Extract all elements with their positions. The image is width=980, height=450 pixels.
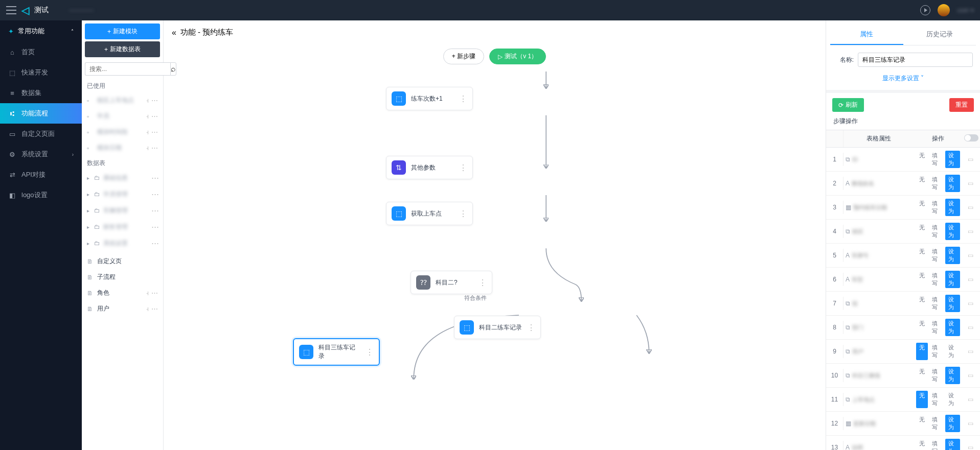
op-chip[interactable]: 填写 <box>929 223 944 240</box>
flow-node[interactable]: ⬚获取上车点⋮ <box>386 202 473 225</box>
used-item[interactable]: ▫学员⫞⋯ <box>82 108 163 124</box>
flow-node[interactable]: ⇅其他参数⋮ <box>386 156 473 179</box>
op-chip[interactable]: 无 <box>916 439 928 450</box>
menu-toggle-icon[interactable] <box>6 6 16 14</box>
op-chip[interactable]: 无 <box>916 319 928 336</box>
op-chip[interactable]: 无 <box>916 343 928 360</box>
sidebar-item-gear[interactable]: ⚙系统设置› <box>0 144 82 164</box>
sidebar-item-api[interactable]: ⇄API对接 <box>0 164 82 185</box>
sidebar-item-db[interactable]: ≡数据集 <box>0 83 82 103</box>
op-chip[interactable]: 填写 <box>929 343 944 360</box>
flow-node[interactable]: ⁇科目二?⋮ <box>411 271 492 294</box>
test-button[interactable]: ▷测试（v 1） <box>489 49 546 64</box>
node-menu-icon[interactable]: ⋮ <box>366 347 374 357</box>
op-chip[interactable]: 填写 <box>929 319 944 336</box>
op-chip[interactable]: 设为 <box>945 199 961 216</box>
op-chip[interactable]: 填写 <box>929 439 944 450</box>
avatar[interactable] <box>938 4 950 16</box>
op-chip[interactable]: 填写 <box>929 175 944 192</box>
search-input[interactable] <box>85 62 170 76</box>
node-menu-icon[interactable]: ⋮ <box>478 278 487 288</box>
node-menu-icon[interactable]: ⋮ <box>527 323 535 333</box>
sidebar-item-cube[interactable]: ⬚快速开发 <box>0 62 82 83</box>
back-button[interactable]: « <box>172 28 176 37</box>
op-chip[interactable]: 设为 <box>945 151 961 168</box>
flow-node[interactable]: ⬚科目二练车记录⋮ <box>454 316 541 339</box>
more-icon[interactable]: ⋯ <box>151 239 163 248</box>
flow-node[interactable]: ⬚练车次数+1⋮ <box>386 87 473 110</box>
folder-item[interactable]: ▸🗀基础信息⋯ <box>82 170 163 186</box>
op-chip[interactable]: 无 <box>916 223 928 240</box>
tree-item[interactable]: 🗎自定义页 <box>82 253 163 269</box>
folder-item[interactable]: ▸🗀车辆管理⋯ <box>82 202 163 219</box>
op-chip[interactable]: 填写 <box>929 151 944 168</box>
comment-icon[interactable]: ▭ <box>962 297 978 310</box>
new-table-button[interactable]: +新建数据表 <box>85 41 160 57</box>
comment-icon[interactable]: ▭ <box>962 441 978 450</box>
comment-icon[interactable]: ▭ <box>962 201 978 214</box>
op-chip[interactable]: 填写 <box>929 367 944 384</box>
op-chip[interactable]: 填写 <box>929 271 944 288</box>
comment-icon[interactable]: ▭ <box>962 153 978 166</box>
name-input[interactable] <box>858 53 973 67</box>
flow-node[interactable]: ⬚科目三练车记录⋮ <box>293 338 380 366</box>
op-chip[interactable]: 设为 <box>945 391 961 408</box>
folder-item[interactable]: ▸🗀系统设置⋯ <box>82 235 163 251</box>
op-chip[interactable]: 设为 <box>945 439 961 450</box>
op-chip[interactable]: 设为 <box>945 247 961 264</box>
refresh-button[interactable]: ⟳刷新 <box>832 98 864 112</box>
op-chip[interactable]: 无 <box>916 151 928 168</box>
more-icon[interactable]: ⋯ <box>151 173 163 182</box>
op-chip[interactable]: 无 <box>916 295 928 312</box>
op-chip[interactable]: 填写 <box>929 295 944 312</box>
sidebar-section-head[interactable]: ✦ 常用功能 ˄ <box>0 20 82 42</box>
comment-icon[interactable]: ▭ <box>962 393 978 406</box>
op-chip[interactable]: 设为 <box>945 271 961 288</box>
comment-icon[interactable]: ▭ <box>962 249 978 262</box>
op-chip[interactable]: 无 <box>916 247 928 264</box>
tab-properties[interactable]: 属性 <box>830 25 903 45</box>
show-more-link[interactable]: 显示更多设置 ˅ <box>826 70 980 90</box>
used-item[interactable]: ▫校区上车地点⫞⋯ <box>82 92 163 108</box>
folder-item[interactable]: ▸🗀财务管理⋯ <box>82 219 163 235</box>
sidebar-item-home[interactable]: ⌂首页 <box>0 42 82 62</box>
op-chip[interactable]: 设为 <box>945 415 961 432</box>
op-chip[interactable]: 无 <box>916 367 928 384</box>
tree-item[interactable]: 🗎用户⫞⋯ <box>82 301 163 317</box>
op-chip[interactable]: 设为 <box>945 319 961 336</box>
op-chip[interactable]: 填写 <box>929 247 944 264</box>
more-icon[interactable]: ⋯ <box>151 222 163 231</box>
op-chip[interactable]: 无 <box>916 271 928 288</box>
op-chip[interactable]: 无 <box>916 199 928 216</box>
comment-icon[interactable]: ▭ <box>962 345 978 358</box>
op-chip[interactable]: 填写 <box>929 199 944 216</box>
play-icon[interactable] <box>920 5 930 15</box>
toggle-all[interactable] <box>964 134 978 141</box>
flow-canvas[interactable]: ⬚练车次数+1⋮⇅其他参数⋮⬚获取上车点⋮⁇科目二?⋮⬚科目二练车记录⋮⬚科目三… <box>164 72 826 450</box>
tab-history[interactable]: 历史记录 <box>903 25 976 45</box>
comment-icon[interactable]: ▭ <box>962 225 978 238</box>
sidebar-item-page[interactable]: ▭自定义页面 <box>0 124 82 144</box>
new-module-button[interactable]: +新建模块 <box>85 23 160 39</box>
reset-button[interactable]: 重置 <box>949 98 974 112</box>
op-chip[interactable]: 无 <box>916 415 928 432</box>
sidebar-item-logo[interactable]: ◧logo设置 <box>0 185 82 205</box>
op-chip[interactable]: 填写 <box>929 391 944 408</box>
used-item[interactable]: ▫模块时间段⫞⋯ <box>82 124 163 140</box>
new-step-button[interactable]: + 新步骤 <box>443 49 484 64</box>
comment-icon[interactable]: ▭ <box>962 177 978 190</box>
more-icon[interactable]: ⋯ <box>151 190 163 199</box>
folder-item[interactable]: ▸🗀学员管理⋯ <box>82 186 163 202</box>
more-icon[interactable]: ⋯ <box>151 206 163 215</box>
op-chip[interactable]: 设为 <box>945 223 961 240</box>
op-chip[interactable]: 无 <box>916 391 928 408</box>
op-chip[interactable]: 无 <box>916 175 928 192</box>
tree-item[interactable]: 🗎角色⫞⋯ <box>82 285 163 301</box>
comment-icon[interactable]: ▭ <box>962 417 978 430</box>
op-chip[interactable]: 设为 <box>945 367 961 384</box>
op-chip[interactable]: 填写 <box>929 415 944 432</box>
op-chip[interactable]: 设为 <box>945 295 961 312</box>
op-chip[interactable]: 设为 <box>945 175 961 192</box>
used-item[interactable]: ▫模块日期⫞⋯ <box>82 140 163 156</box>
sidebar-item-flow[interactable]: ⑆功能流程 <box>0 103 82 124</box>
